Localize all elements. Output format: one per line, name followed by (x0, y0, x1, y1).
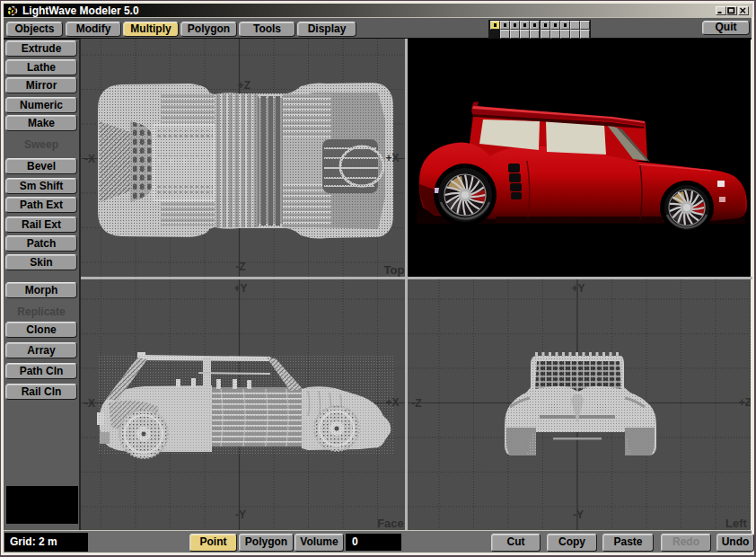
svg-text:+Z: +Z (739, 396, 751, 409)
svg-text:-X: -X (84, 397, 95, 410)
svg-text:-Y: -Y (573, 508, 584, 521)
svg-text:-Y: -Y (235, 508, 246, 521)
svg-text:Top: Top (384, 263, 405, 277)
svg-text:Face: Face (377, 517, 404, 530)
svg-text:-X: -X (84, 153, 95, 165)
svg-text:+X: +X (385, 152, 399, 164)
svg-text:-Z: -Z (411, 397, 421, 410)
svg-text:+Y: +Y (571, 282, 585, 295)
svg-text:-Z: -Z (235, 261, 245, 273)
svg-text:Left: Left (725, 517, 748, 530)
svg-text:+Z: +Z (238, 79, 251, 92)
svg-text:+Y: +Y (233, 282, 247, 295)
svg-text:+X: +X (385, 396, 399, 409)
